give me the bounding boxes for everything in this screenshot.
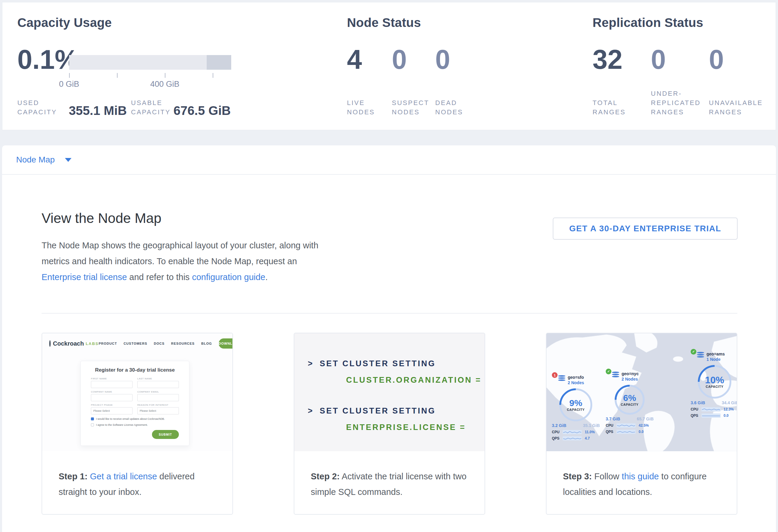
unavailable-ranges-count: 0 bbox=[709, 44, 724, 75]
prompt-icon: > bbox=[308, 359, 314, 368]
cockroach-bug-icon bbox=[49, 340, 51, 347]
step1-card: Cockroach LABS PRODUCT CUSTOMERS DOCS RE… bbox=[42, 333, 233, 515]
locality-nyc: ✓ geo=nyc 2 Nodes 6% CAPACITY 3.7 GiB bbox=[606, 371, 653, 434]
section-divider bbox=[42, 313, 737, 314]
mock-field-company-email: COMPANY EMAIL bbox=[137, 390, 179, 401]
node-status-title: Node Status bbox=[347, 15, 421, 30]
suspect-nodes-count: 0 bbox=[392, 44, 407, 75]
locality-name: geo=nyc bbox=[622, 371, 639, 376]
cluster-summary-panel: Capacity Usage 0.1% 0 GiB 400 GiB USED C… bbox=[2, 2, 776, 130]
check-badge-icon: ✓ bbox=[691, 349, 696, 355]
qps-sparkline bbox=[563, 436, 582, 441]
used-capacity-value: 355.1 MiB bbox=[69, 103, 127, 118]
mock-brand-name: Cockroach bbox=[53, 340, 84, 347]
cpu-row: CPU 12.3% bbox=[691, 407, 737, 411]
capacity-axis-tick bbox=[213, 73, 213, 78]
locality-ams: ✓ geo=ams 1 Node 10% CAPACITY 3.6 GiB bbox=[691, 351, 737, 418]
mock-nav-item: PRODUCT bbox=[99, 342, 117, 345]
locality-node-count: 2 Nodes bbox=[622, 376, 639, 382]
mock-trial-form: Register for a 30-day trial license FIRS… bbox=[80, 361, 189, 446]
capacity-total: 34.4 GiB bbox=[722, 400, 737, 405]
unavailable-ranges-label: UNAVAILABLE RANGES bbox=[709, 98, 769, 117]
locality-sfo: 1 geo=sfo 2 Nodes 9% CAPACITY 3.2 GiB bbox=[552, 375, 600, 441]
mock-submit-button: SUBMIT bbox=[152, 430, 179, 439]
step2-caption: Step 2: Activate the trial license with … bbox=[294, 451, 484, 500]
capacity-used: 3.2 GiB bbox=[552, 423, 566, 428]
capacity-total: 35.1 GiB bbox=[583, 423, 600, 428]
node-map-dropdown[interactable]: Node Map bbox=[16, 155, 72, 165]
chevron-down-icon bbox=[65, 158, 72, 162]
steps-cards-row: Cockroach LABS PRODUCT CUSTOMERS DOCS RE… bbox=[42, 333, 737, 515]
locality-node-count: 1 Node bbox=[706, 357, 725, 362]
cpu-sparkline bbox=[701, 407, 720, 411]
dead-nodes-count: 0 bbox=[435, 44, 450, 75]
mock-field-company-name: COMPANY NAME bbox=[91, 390, 133, 401]
inline-link[interactable]: this guide bbox=[622, 471, 659, 481]
capacity-usage-title: Capacity Usage bbox=[17, 15, 112, 30]
total-ranges-count: 32 bbox=[593, 44, 622, 75]
capacity-used: 3.6 GiB bbox=[691, 400, 705, 405]
qps-row: QPS 4.7 bbox=[552, 436, 600, 441]
mock-brand-suffix: LABS bbox=[86, 341, 98, 346]
inline-link[interactable]: Software License Agreement. bbox=[113, 424, 148, 427]
under-replicated-ranges-label: UNDER-REPLICATED RANGES bbox=[651, 89, 703, 117]
sql-line-2: >SET CLUSTER SETTING bbox=[308, 406, 484, 415]
step3-caption: Step 3: Follow this guide to configure l… bbox=[546, 451, 737, 500]
mock-checkbox-updates: I would like to receive email updates ab… bbox=[91, 417, 179, 421]
capacity-gauge: 10% CAPACITY bbox=[698, 365, 731, 398]
live-nodes-label: LIVE NODES bbox=[347, 98, 380, 117]
locality-node-count: 2 Nodes bbox=[568, 380, 584, 385]
capacity-axis-tick bbox=[117, 73, 118, 78]
mock-nav: PRODUCT CUSTOMERS DOCS RESOURCES BLOG bbox=[99, 342, 212, 345]
qps-sparkline bbox=[617, 430, 636, 434]
check-badge-icon: ✓ bbox=[606, 369, 611, 374]
step1-caption: Step 1: Get a trial license delivered st… bbox=[42, 451, 232, 500]
checkbox-empty-icon bbox=[91, 424, 94, 427]
database-icon bbox=[612, 372, 619, 378]
cpu-sparkline bbox=[563, 430, 582, 434]
locality-name: geo=ams bbox=[706, 351, 725, 357]
mock-field-project-phase: PROJECT PHASE Please Select bbox=[91, 404, 133, 414]
capacity-axis-label-0: 0 GiB bbox=[59, 80, 79, 89]
total-ranges-label: TOTAL RANGES bbox=[593, 98, 631, 117]
promo-description: The Node Map shows the geographical layo… bbox=[42, 238, 329, 285]
mock-field-first-name: FIRST NAME bbox=[91, 377, 133, 388]
used-capacity-label: USED CAPACITY bbox=[17, 98, 65, 117]
mock-nav-item: BLOG bbox=[201, 342, 212, 345]
node-map-preview-image: 1 geo=sfo 2 Nodes 9% CAPACITY 3.2 GiB bbox=[546, 333, 737, 451]
node-map-dropdown-label: Node Map bbox=[16, 155, 55, 165]
sql-arg-1: CLUSTER.ORGANIZATION = bbox=[346, 376, 484, 385]
capacity-usage-bar bbox=[69, 55, 231, 70]
locality-name: geo=sfo bbox=[568, 375, 584, 380]
suspect-nodes-label: SUSPECT NODES bbox=[392, 98, 431, 117]
capacity-gauge: 6% CAPACITY bbox=[615, 385, 644, 415]
sql-line-1: >SET CLUSTER SETTING bbox=[308, 359, 484, 368]
sql-arg-2: ENTERPRISE.LICENSE = bbox=[346, 423, 484, 432]
page-title: View the Node Map bbox=[42, 210, 161, 226]
under-replicated-ranges-count: 0 bbox=[651, 44, 666, 75]
database-icon bbox=[697, 352, 704, 358]
step2-card: >SET CLUSTER SETTING CLUSTER.ORGANIZATIO… bbox=[294, 333, 485, 515]
mock-nav-item: DOCS bbox=[154, 342, 164, 345]
mock-checkbox-license: I agree to the Software License Agreemen… bbox=[91, 424, 179, 427]
live-nodes-count: 4 bbox=[347, 44, 362, 75]
capacity-axis-label-400: 400 GiB bbox=[150, 80, 179, 89]
view-selector-bar: Node Map bbox=[2, 145, 776, 174]
mock-site-header: Cockroach LABS PRODUCT CUSTOMERS DOCS RE… bbox=[49, 337, 226, 350]
inline-link[interactable]: Get a trial license bbox=[90, 471, 157, 481]
inline-link[interactable]: Enterprise trial license bbox=[42, 272, 127, 282]
inline-link[interactable]: configuration guide bbox=[192, 272, 265, 282]
usable-capacity-value: 676.5 GiB bbox=[173, 103, 231, 118]
capacity-used: 3.7 GiB bbox=[606, 416, 620, 421]
sql-commands-snippet: >SET CLUSTER SETTING CLUSTER.ORGANIZATIO… bbox=[294, 333, 484, 451]
dead-nodes-label: DEAD NODES bbox=[435, 98, 468, 117]
qps-row: QPS 0.0 bbox=[606, 430, 653, 434]
capacity-bar-reserved-segment bbox=[207, 55, 231, 70]
capacity-axis-tick bbox=[69, 73, 70, 78]
enterprise-trial-button[interactable]: GET A 30-DAY ENTERPRISE TRIAL bbox=[553, 218, 737, 240]
mock-form-title: Register for a 30-day trial license bbox=[91, 367, 179, 373]
capacity-gauge: 9% CAPACITY bbox=[559, 388, 592, 421]
checkbox-checked-icon bbox=[91, 417, 94, 421]
cpu-sparkline bbox=[617, 424, 636, 428]
mock-nav-item: CUSTOMERS bbox=[124, 342, 147, 345]
